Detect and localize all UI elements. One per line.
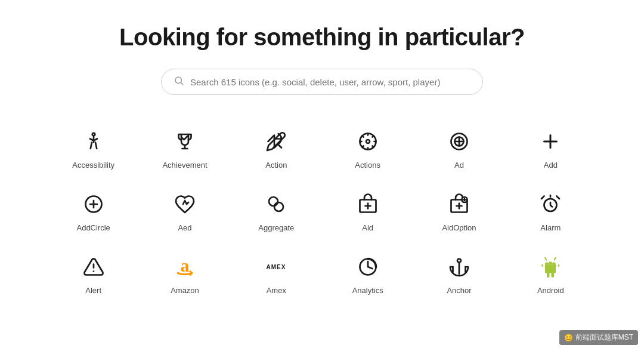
search-input[interactable]: [190, 77, 470, 87]
addcircle-icon: [80, 191, 107, 217]
android-icon: [537, 254, 564, 280]
icons-grid: Accessibility Achievement: [12, 119, 632, 307]
svg-line-1: [181, 82, 182, 84]
icon-aed[interactable]: Aed: [139, 181, 230, 244]
icon-label: AidOption: [442, 223, 476, 232]
aggregate-icon: [263, 191, 289, 217]
search-bar[interactable]: [161, 69, 483, 95]
icon-aggregate[interactable]: Aggregate: [231, 181, 322, 244]
icon-label: Analytics: [352, 286, 383, 295]
icon-aidoption[interactable]: AidOption: [413, 181, 504, 244]
icon-label: Amex: [267, 286, 286, 295]
icon-label: Android: [537, 286, 564, 295]
icon-action[interactable]: Action: [231, 119, 322, 181]
icon-android[interactable]: Android: [505, 244, 596, 307]
svg-line-46: [368, 267, 373, 269]
watermark: 😊 前端面试题库MST: [559, 330, 638, 345]
alert-icon: [80, 254, 107, 280]
svg-text:a: a: [180, 256, 189, 275]
svg-line-16: [362, 146, 363, 147]
icon-label: Amazon: [171, 286, 199, 295]
amazon-icon: a: [172, 254, 198, 280]
svg-point-52: [552, 261, 553, 263]
icon-actions[interactable]: Actions: [322, 119, 413, 181]
icon-label: AddCircle: [76, 223, 110, 232]
svg-text:AMEX: AMEX: [267, 264, 286, 270]
ad-icon: [446, 128, 472, 155]
svg-point-51: [547, 261, 549, 263]
page-headline: Looking for something in particular?: [12, 24, 632, 51]
icon-label: Achievement: [162, 161, 207, 170]
page-container: Looking for something in particular?: [0, 0, 644, 319]
icon-amazon[interactable]: a Amazon: [139, 244, 230, 307]
icon-label: Alarm: [540, 223, 561, 232]
achievement-icon: [172, 128, 198, 155]
accessibility-icon: [80, 128, 107, 155]
icon-addcircle[interactable]: AddCircle: [48, 181, 139, 244]
svg-line-4: [90, 143, 91, 149]
icon-ad[interactable]: Ad: [413, 119, 504, 181]
svg-point-25: [269, 197, 278, 206]
svg-line-5: [95, 143, 97, 149]
search-wrapper: [12, 69, 632, 95]
icon-label: Actions: [355, 161, 380, 170]
icon-anchor[interactable]: Anchor: [413, 244, 504, 307]
icon-amex[interactable]: AMEX Amex: [231, 244, 322, 307]
icon-alarm[interactable]: Alarm: [505, 181, 596, 244]
icon-label: Aid: [362, 223, 373, 232]
svg-line-14: [372, 146, 373, 147]
add-icon: [537, 128, 564, 155]
icon-label: Aggregate: [258, 223, 294, 232]
icon-achievement[interactable]: Achievement: [139, 119, 230, 181]
anchor-icon: [446, 254, 472, 280]
icon-label: Alert: [85, 286, 101, 295]
search-icon: [174, 75, 184, 88]
icon-aid[interactable]: Aid: [322, 181, 413, 244]
icon-accessibility[interactable]: Accessibility: [48, 119, 139, 181]
svg-line-38: [557, 196, 560, 199]
amex-icon: AMEX: [263, 254, 289, 280]
icon-analytics[interactable]: Analytics: [322, 244, 413, 307]
svg-point-17: [366, 140, 370, 143]
svg-point-2: [92, 133, 95, 136]
icon-alert[interactable]: Alert: [48, 244, 139, 307]
svg-point-0: [175, 77, 182, 84]
aid-icon: [355, 191, 381, 217]
icon-label: Ad: [454, 161, 464, 170]
icon-label: Aed: [178, 223, 191, 232]
actions-icon: [355, 128, 381, 155]
action-icon: [263, 128, 289, 155]
icon-label: Accessibility: [72, 161, 114, 170]
svg-point-26: [274, 202, 283, 211]
aed-icon: [172, 191, 198, 217]
analytics-icon: [355, 254, 381, 280]
icon-label: Anchor: [447, 286, 471, 295]
svg-line-15: [372, 136, 373, 137]
icon-label: Add: [544, 161, 558, 170]
icon-label: Action: [265, 161, 287, 170]
icon-add[interactable]: Add: [505, 119, 596, 181]
svg-line-13: [362, 136, 363, 137]
alarm-icon: [537, 191, 564, 217]
aidoption-icon: [446, 191, 472, 217]
svg-line-37: [541, 196, 544, 199]
